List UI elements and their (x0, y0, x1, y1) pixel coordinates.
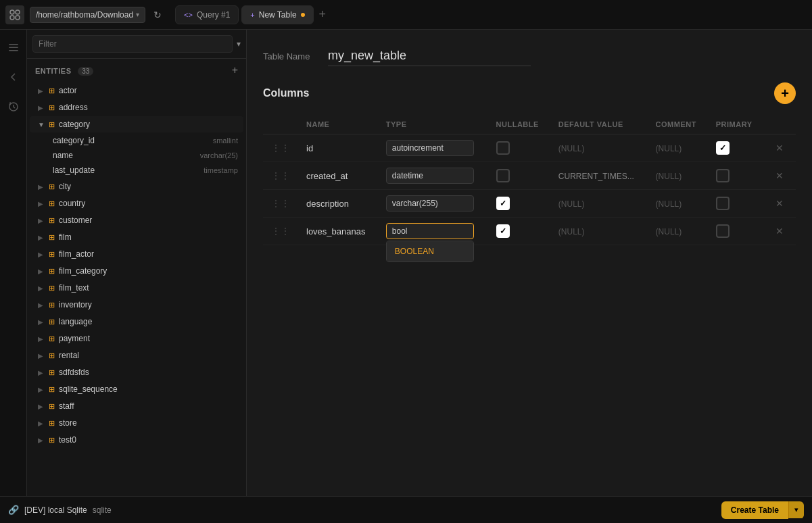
add-entity-button[interactable]: + (232, 64, 238, 76)
drag-handle-icon[interactable]: ⋮⋮ (271, 143, 290, 153)
drag-handle-icon[interactable]: ⋮⋮ (271, 170, 290, 181)
history-icon[interactable] (4, 97, 23, 116)
path-text: /home/rathboma/Download (36, 10, 133, 20)
sidebar-subitem-name[interactable]: name varchar(25) (27, 148, 246, 163)
col-name: last_update (53, 166, 95, 175)
main-layout: ▾ ENTITIES 33 + ▶ ⊞ actor ▶ ⊞ (0, 30, 812, 496)
col-lovesbananas-nullable-checkbox[interactable] (496, 224, 510, 238)
sidebar-item-city[interactable]: ▶ ⊞ city (30, 178, 243, 195)
filter-input[interactable] (32, 35, 233, 53)
tab-newtable[interactable]: + New Table (241, 5, 313, 24)
drag-handle-icon[interactable]: ⋮⋮ (271, 226, 290, 236)
add-tab-button[interactable]: + (316, 5, 329, 24)
table-icon: ⊞ (49, 182, 55, 191)
expand-icon: ▶ (38, 403, 45, 410)
entities-title-group: ENTITIES 33 (35, 66, 93, 76)
table-name-section: Table Name (263, 46, 796, 66)
col-header-nullable: Nullable (488, 115, 550, 134)
entity-name: payment (59, 334, 90, 343)
drag-handle-icon[interactable]: ⋮⋮ (271, 198, 290, 209)
col-id-name: id (306, 143, 313, 153)
sidebar-item-payment[interactable]: ▶ ⊞ payment (30, 330, 243, 347)
sidebar: ▾ ENTITIES 33 + ▶ ⊞ actor ▶ ⊞ (27, 30, 247, 496)
col-description-nullable-checkbox[interactable] (496, 197, 510, 210)
col-description-comment: (NULL) (656, 199, 682, 209)
sidebar-item-address[interactable]: ▶ ⊞ address (30, 99, 243, 116)
table-icon: ⊞ (49, 86, 55, 95)
table-row: ⋮⋮ created_at CURRENT_TIMES... (NULL) (263, 162, 796, 190)
sidebar-right: ▾ ENTITIES 33 + ▶ ⊞ actor ▶ ⊞ (27, 30, 812, 496)
sidebar-toggle-icon[interactable] (4, 38, 23, 57)
create-table-button[interactable]: Create Table (721, 501, 788, 519)
col-id-comment: (NULL) (656, 144, 682, 153)
col-id-primary-checkbox[interactable] (716, 141, 730, 155)
sidebar-item-store[interactable]: ▶ ⊞ store (30, 415, 243, 431)
sidebar-list: ▶ ⊞ actor ▶ ⊞ address ▼ ⊞ category cat (27, 82, 246, 496)
filter-icon: ▾ (237, 39, 241, 49)
expand-icon: ▶ (38, 352, 45, 359)
tab-query1[interactable]: <> Query #1 (175, 5, 239, 24)
col-description-primary-checkbox[interactable] (716, 197, 730, 210)
bottom-left: 🔗 [DEV] local Sqlite sqlite (8, 505, 112, 515)
entities-header: ENTITIES 33 + (27, 59, 246, 82)
sidebar-item-film_category[interactable]: ▶ ⊞ film_category (30, 263, 243, 279)
svg-point-3 (16, 16, 20, 20)
col-description-delete-button[interactable]: ✕ (771, 197, 788, 210)
sidebar-item-country[interactable]: ▶ ⊞ country (30, 195, 243, 211)
table-row: ⋮⋮ description (NULL) (NULL) (263, 190, 796, 218)
app-logo (5, 5, 24, 24)
sidebar-subitem-category_id[interactable]: category_id smallint (27, 133, 246, 148)
expand-icon: ▶ (38, 335, 45, 343)
svg-point-0 (10, 10, 14, 14)
sidebar-item-sqlite_sequence[interactable]: ▶ ⊞ sqlite_sequence (30, 381, 243, 397)
col-createdat-nullable-checkbox[interactable] (496, 169, 510, 182)
sidebar-item-film[interactable]: ▶ ⊞ film (30, 229, 243, 245)
tabs-container: <> Query #1 + New Table + (175, 5, 807, 24)
table-name-label: Table Name (263, 51, 317, 61)
sidebar-item-sdfdsfds[interactable]: ▶ ⊞ sdfdsfds (30, 364, 243, 380)
entity-name: category (59, 120, 90, 129)
sidebar-item-film_text[interactable]: ▶ ⊞ film_text (30, 280, 243, 296)
sidebar-item-actor[interactable]: ▶ ⊞ actor (30, 82, 243, 99)
entity-name: film (59, 232, 72, 242)
entity-name: staff (59, 401, 74, 411)
sidebar-item-category[interactable]: ▼ ⊞ category (30, 116, 243, 132)
col-lovesbananas-delete-button[interactable]: ✕ (771, 224, 788, 238)
col-name: name (53, 151, 73, 160)
col-id-delete-button[interactable]: ✕ (771, 141, 788, 155)
col-header-default: Default Value (550, 115, 648, 134)
sidebar-item-customer[interactable]: ▶ ⊞ customer (30, 212, 243, 228)
col-name: category_id (53, 136, 95, 145)
entity-name: actor (59, 86, 77, 95)
create-table-chevron-button[interactable]: ▾ (788, 501, 804, 518)
sidebar-item-staff[interactable]: ▶ ⊞ staff (30, 398, 243, 414)
sidebar-item-rental[interactable]: ▶ ⊞ rental (30, 347, 243, 364)
entity-name: city (59, 182, 71, 191)
sidebar-item-film_actor[interactable]: ▶ ⊞ film_actor (30, 246, 243, 262)
col-id-type-input[interactable] (386, 140, 474, 156)
entity-name: store (59, 418, 77, 428)
entities-count: 33 (78, 67, 93, 76)
refresh-button[interactable]: ↻ (151, 7, 164, 23)
path-selector[interactable]: /home/rathboma/Download ▾ (30, 7, 145, 23)
dropdown-item-boolean[interactable]: BOOLEAN (387, 241, 473, 262)
col-createdat-delete-button[interactable]: ✕ (771, 169, 788, 182)
col-createdat-primary-checkbox[interactable] (716, 169, 730, 182)
col-header-primary: Primary (708, 115, 763, 134)
add-column-button[interactable]: + (774, 82, 796, 104)
sidebar-item-language[interactable]: ▶ ⊞ language (30, 314, 243, 330)
table-row: ⋮⋮ loves_bananas BOOLEAN (263, 218, 796, 245)
table-icon: ⊞ (49, 368, 55, 377)
col-createdat-type-input[interactable] (386, 168, 474, 184)
col-id-nullable-checkbox[interactable] (496, 141, 510, 155)
sidebar-item-inventory[interactable]: ▶ ⊞ inventory (30, 297, 243, 313)
col-lovesbananas-type-input[interactable] (386, 223, 474, 239)
sidebar-subitem-last_update[interactable]: last_update timestamp (27, 163, 246, 178)
bottom-bar: 🔗 [DEV] local Sqlite sqlite Create Table… (0, 496, 812, 523)
col-description-type-input[interactable] (386, 195, 474, 211)
db-name: [DEV] local Sqlite (24, 505, 87, 515)
col-lovesbananas-primary-checkbox[interactable] (716, 224, 730, 238)
table-name-input[interactable] (328, 46, 531, 66)
back-icon[interactable] (4, 68, 23, 86)
sidebar-item-test0[interactable]: ▶ ⊞ test0 (30, 432, 243, 448)
